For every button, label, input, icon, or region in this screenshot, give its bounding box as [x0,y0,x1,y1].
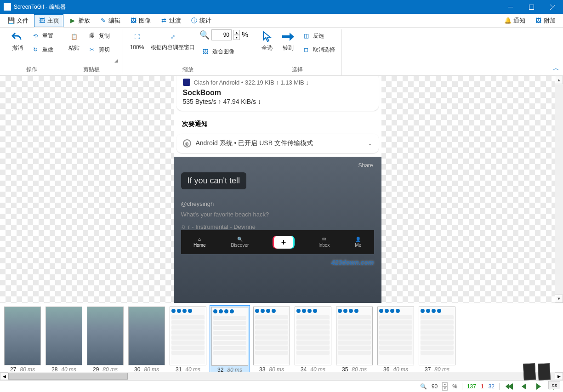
frame-number: 28 [51,366,57,372]
play-icon: ▶ [69,17,76,24]
tiktok-home: ⌂Home [193,237,206,248]
zoom-status-down[interactable]: ▼ [442,386,448,391]
arrow-right-icon [282,30,295,43]
frame-number: 33 [259,366,265,372]
frame-thumb [45,307,82,365]
frame-number: 32 [217,367,223,372]
zoom-up-button[interactable]: ▲ [233,30,240,35]
notify-button[interactable]: 🔔通知 [500,15,529,27]
paste-button[interactable]: 📋粘贴 [65,29,83,53]
scroll-down-button[interactable]: ▼ [555,295,563,303]
tab-edit[interactable]: ✎编辑 [96,15,124,27]
zoom-100-button[interactable]: ⛶100% [128,29,146,51]
nav-next-button[interactable] [534,382,544,391]
magnifier-icon: 🔍 [199,30,210,40]
redo-icon: ↻ [31,45,40,54]
frame-33[interactable]: 3380 ms [252,305,291,372]
preview-frame: Clash for Android • 322.19 KiB ↑ 1.13 Mi… [174,76,381,303]
horizontal-scrollbar[interactable]: ◀ ▶ [0,372,563,380]
frame-thumb [419,307,455,365]
tiktok-me: 👤Me [355,237,361,248]
goto-button[interactable]: 转到 [279,29,297,53]
frame-thumb [336,307,373,365]
zoom-status-up[interactable]: ▲ [442,382,448,386]
reset-button[interactable]: ⟲重置 [29,29,55,42]
frame-thumb [253,307,290,365]
select-all-button[interactable]: 全选 [258,29,276,53]
scroll-right-button[interactable]: ▶ [555,372,563,380]
paste-icon: 📋 [68,30,80,43]
frame-duration: 80 ms [352,366,367,372]
redo-button[interactable]: ↻重做 [29,43,55,56]
frame-number: 27 [10,366,16,372]
status-zoom: 90 [432,383,438,390]
zoom-down-button[interactable]: ▼ [233,35,240,40]
tab-play[interactable]: ▶播放 [65,15,94,27]
frame-duration: 40 ms [393,366,408,372]
attach-button[interactable]: 🖼附加 [531,15,559,27]
image-icon: 🖼 [38,17,45,24]
frame-36[interactable]: 3640 ms [376,305,415,372]
frame-thumb [170,307,206,365]
chevron-down-icon: ⌄ [368,140,372,147]
search-icon: 🔍 [237,237,243,242]
inbox-icon: ✉ [322,237,326,242]
frame-37[interactable]: 3780 ms [417,305,457,372]
copy-button[interactable]: 🗐复制 [86,29,112,42]
frame-28[interactable]: 2840 ms [44,305,84,372]
user-icon: 👤 [355,237,361,242]
transition-icon: ⇄ [160,17,167,24]
watermark: 423down.com [331,259,374,266]
expand-icon: ⛶ [131,30,143,43]
tab-file[interactable]: 💾文件 [4,15,32,27]
tab-home[interactable]: 🖼主页 [34,14,63,27]
frame-duration: 80 ms [434,366,449,372]
bell-icon: 🔔 [504,17,512,24]
frame-31[interactable]: 3140 ms [168,305,208,372]
status-total: 137 [467,383,476,390]
frame-34[interactable]: 3440 ms [293,305,333,372]
tab-stats[interactable]: ⓘ统计 [187,15,215,27]
minimize-button[interactable] [500,0,521,14]
collapse-ribbon-button[interactable]: ︿ [553,64,559,73]
cut-button[interactable]: ✂剪切 [86,43,112,56]
clipboard-launcher-icon[interactable]: ◢ [114,58,118,65]
tab-transition[interactable]: ⇄过渡 [156,15,185,27]
frame-duration: 40 ms [61,366,76,372]
tab-image[interactable]: 🖼图像 [126,15,154,27]
svg-rect-1 [529,5,534,9]
frame-thumb [128,307,165,365]
fit-window-button[interactable]: ⤢根据内容调整窗口 [149,29,197,51]
fit-image-button[interactable]: 🖼适合图像 [199,45,248,58]
clear-sel-button[interactable]: ◻取消选择 [300,43,337,56]
timeline[interactable]: 2780 ms2840 ms2980 ms3080 ms3140 ms3280 … [0,303,563,372]
frame-number: 34 [301,366,307,372]
frame-number: 37 [425,366,431,372]
frame-thumb [295,307,331,365]
maximize-button[interactable] [521,0,542,14]
frame-27[interactable]: 2780 ms [3,305,42,372]
frame-32[interactable]: 3280 ms [210,305,250,372]
frame-29[interactable]: 2980 ms [85,305,125,372]
zoom-input[interactable] [211,29,232,40]
vertical-scrollbar[interactable]: ▲ ▼ [555,76,563,303]
frame-35[interactable]: 3580 ms [335,305,374,372]
invert-sel-button[interactable]: ◫反选 [300,29,337,42]
frame-30[interactable]: 3080 ms [127,305,166,372]
fit-icon: ⤢ [166,30,179,43]
cursor-icon [261,30,273,43]
home-icon: ⌂ [198,237,201,242]
undo-button[interactable]: 撤消 [8,29,27,53]
nav-first-button[interactable] [504,382,514,391]
nav-prev-button[interactable] [519,382,529,391]
scroll-up-button[interactable]: ▲ [555,76,563,84]
frame-number: 31 [176,366,182,372]
music-icon: ♫ [181,223,186,230]
cut-icon: ✂ [88,45,96,54]
scroll-thumb[interactable] [8,373,128,380]
group-ops: 撤消 ⟲重置 ↻重做 操作 [4,29,60,75]
close-button[interactable] [542,0,563,14]
canvas[interactable]: Clash for Android • 322.19 KiB ↑ 1.13 Mi… [0,76,555,303]
scroll-left-button[interactable]: ◀ [0,372,8,380]
save-icon: 💾 [7,17,15,24]
